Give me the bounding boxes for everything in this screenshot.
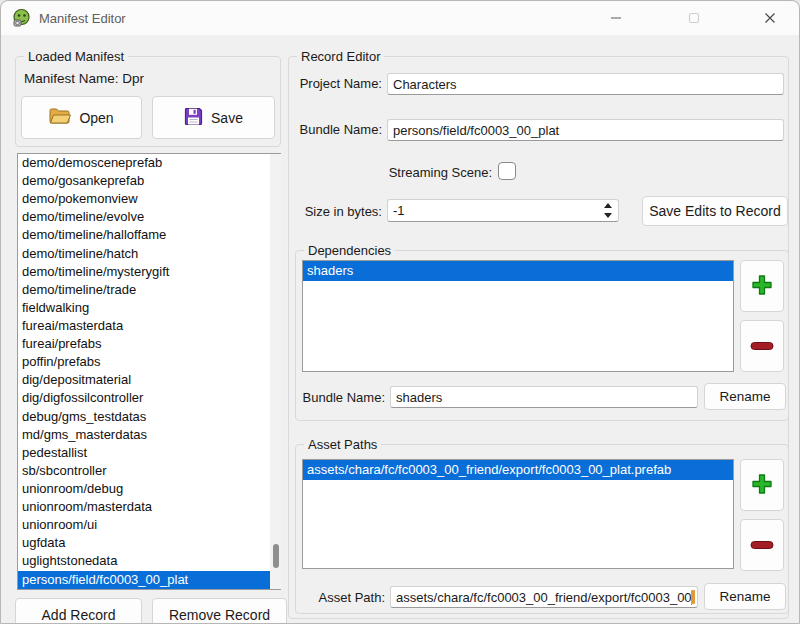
list-item[interactable]: dig/digfossilcontroller	[18, 389, 280, 407]
loaded-manifest-group-label: Loaded Manifest	[24, 48, 128, 65]
list-item[interactable]: sb/sbcontroller	[18, 462, 280, 480]
clipped-text-marker	[691, 590, 695, 604]
dependency-bundle-name-input[interactable]	[390, 386, 698, 408]
save-edits-to-record-button[interactable]: Save Edits to Record	[642, 196, 788, 226]
open-button[interactable]: Open	[21, 96, 142, 139]
asset-paths-group: Asset Paths assets/chara/fc/fc0003_00_fr…	[295, 444, 789, 614]
spin-down-icon[interactable]	[601, 211, 615, 220]
list-item[interactable]: unionroom/masterdata	[18, 498, 280, 516]
list-item[interactable]: demo/demosceneprefab	[18, 154, 280, 172]
list-item[interactable]: demo/timeline/mysterygift	[18, 263, 280, 281]
list-item[interactable]: uglightstonedata	[18, 552, 280, 570]
window-controls	[593, 1, 799, 35]
asset-path-rename-button-label: Rename	[719, 589, 770, 604]
list-item[interactable]: demo/timeline/hatch	[18, 245, 280, 263]
list-item[interactable]: persons/field/fc0003_00_plat	[18, 571, 280, 589]
streaming-scene-checkbox[interactable]	[498, 162, 516, 180]
bundle-name-input[interactable]	[387, 119, 784, 141]
app-icon	[11, 8, 31, 28]
dependency-rename-button-label: Rename	[719, 389, 770, 404]
asset-paths-list[interactable]: assets/chara/fc/fc0003_00_friend/export/…	[302, 459, 734, 569]
list-item[interactable]: pedestallist	[18, 444, 280, 462]
dependencies-group-label: Dependencies	[304, 242, 395, 259]
asset-path-input[interactable]	[390, 586, 698, 608]
maximize-icon[interactable]	[671, 1, 717, 35]
size-in-bytes-input[interactable]	[387, 199, 619, 222]
open-folder-icon	[49, 107, 71, 128]
list-item[interactable]: fureai/masterdata	[18, 317, 280, 335]
size-in-bytes-spinner	[387, 199, 619, 222]
list-item[interactable]: demo/pokemonview	[18, 190, 280, 208]
list-item[interactable]: poffin/prefabs	[18, 353, 280, 371]
spin-up-icon[interactable]	[601, 201, 615, 210]
bundle-name-label: Bundle Name:	[289, 122, 382, 138]
dependencies-list[interactable]: shaders	[302, 260, 734, 372]
asset-paths-group-label: Asset Paths	[304, 436, 381, 453]
save-button[interactable]: Save	[152, 96, 275, 139]
manifest-name-label: Manifest Name: Dpr	[24, 71, 144, 87]
list-item[interactable]: fieldwalking	[18, 299, 280, 317]
add-record-button[interactable]: Add Record	[15, 598, 142, 624]
list-item[interactable]: unionroom/debug	[18, 480, 280, 498]
asset-paths-remove-button[interactable]	[740, 519, 784, 571]
record-editor-group-label: Record Editor	[297, 48, 384, 65]
minus-icon	[750, 339, 774, 354]
manifest-list[interactable]: demo/demosceneprefabdemo/gosankeprefabde…	[17, 153, 281, 590]
list-item[interactable]: demo/timeline/trade	[18, 281, 280, 299]
window-title: Manifest Editor	[39, 11, 126, 26]
asset-path-rename-button[interactable]: Rename	[704, 583, 786, 610]
save-edits-button-label: Save Edits to Record	[649, 203, 781, 219]
titlebar[interactable]: Manifest Editor	[1, 1, 799, 35]
size-in-bytes-label: Size in bytes:	[289, 204, 382, 220]
remove-record-button-label: Remove Record	[169, 607, 270, 623]
dependency-rename-button[interactable]: Rename	[704, 383, 786, 410]
list-item[interactable]: unionroom/ui	[18, 516, 280, 534]
close-icon[interactable]	[747, 1, 793, 35]
list-item[interactable]: demo/timeline/evolve	[18, 208, 280, 226]
save-button-label: Save	[211, 110, 243, 126]
plus-icon	[750, 273, 774, 300]
list-item[interactable]: demo/timeline/halloffame	[18, 226, 280, 244]
list-item[interactable]: assets/chara/fc/fc0003_00_friend/export/…	[303, 460, 733, 480]
open-button-label: Open	[79, 110, 113, 126]
list-item[interactable]: shaders	[303, 261, 733, 281]
dependencies-group: Dependencies shaders Bundle Name:	[295, 250, 789, 421]
add-record-button-label: Add Record	[42, 607, 116, 623]
list-item[interactable]: dig/depositmaterial	[18, 371, 280, 389]
list-item[interactable]: ugfdata	[18, 534, 280, 552]
minimize-icon[interactable]	[593, 1, 639, 35]
spinner-buttons	[601, 201, 615, 220]
manifest-list-scrollbar[interactable]	[270, 154, 281, 589]
dependency-bundle-name-label: Bundle Name:	[296, 390, 385, 406]
dependencies-add-button[interactable]	[740, 260, 784, 312]
scrollbar-thumb[interactable]	[273, 544, 279, 568]
loaded-manifest-group: Loaded Manifest Manifest Name: Dpr Open	[15, 56, 281, 147]
list-item[interactable]: debug/gms_testdatas	[18, 408, 280, 426]
save-floppy-icon	[184, 107, 203, 129]
manifest-editor-window: Manifest Editor Loaded Manifest Manifest…	[0, 0, 800, 624]
asset-paths-add-button[interactable]	[740, 459, 784, 511]
record-editor-group: Record Editor Project Name: Bundle Name:…	[288, 56, 789, 619]
list-item[interactable]: fureai/prefabs	[18, 335, 280, 353]
project-name-label: Project Name:	[289, 76, 382, 92]
list-item[interactable]: md/gms_masterdatas	[18, 426, 280, 444]
dependencies-remove-button[interactable]	[740, 320, 784, 372]
list-item[interactable]: demo/gosankeprefab	[18, 172, 280, 190]
project-name-input[interactable]	[387, 73, 784, 95]
streaming-scene-label: Streaming Scene:	[289, 165, 492, 181]
remove-record-button[interactable]: Remove Record	[152, 598, 287, 624]
plus-icon	[750, 472, 774, 499]
asset-path-label: Asset Path:	[296, 590, 385, 606]
minus-icon	[750, 538, 774, 553]
